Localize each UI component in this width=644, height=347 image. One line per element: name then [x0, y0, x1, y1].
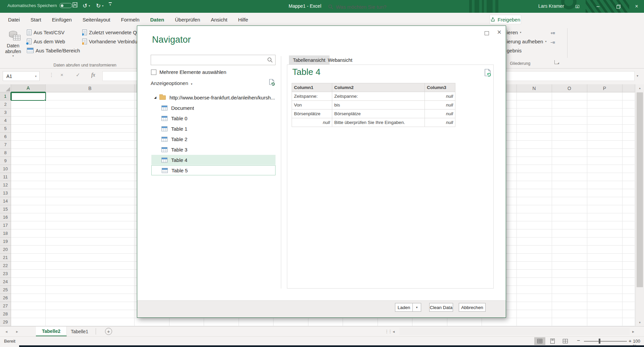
zoom-slider-track[interactable]: [584, 341, 627, 342]
ribbon-display-options-button[interactable]: ▴: [570, 0, 585, 13]
row-headers[interactable]: 1234567891011121314151617181920212223242…: [0, 92, 11, 326]
formula-bar-expand-icon[interactable]: ▾: [637, 74, 638, 78]
tab-start[interactable]: Start: [25, 13, 47, 27]
outline-dialog-launcher[interactable]: [554, 60, 558, 64]
column-header-N[interactable]: N: [517, 84, 552, 92]
load-button[interactable]: Laden: [395, 303, 413, 312]
row-header-3[interactable]: 3: [0, 109, 11, 117]
ribbon-item-aus-text-csv[interactable]: Aus Text/CSV: [27, 29, 64, 36]
view-page-break-button[interactable]: [560, 337, 571, 345]
tree-expanded-icon[interactable]: ◢: [154, 96, 156, 99]
customize-qat-button[interactable]: ▾: [109, 2, 112, 6]
vertical-scrollbar[interactable]: ▴ ▾: [635, 84, 644, 326]
scroll-down-icon[interactable]: ▾: [636, 319, 644, 326]
tree-item-document[interactable]: Document: [151, 103, 276, 113]
row-header-19[interactable]: 19: [0, 237, 11, 246]
sheet-tab-tabelle1[interactable]: Tabelle1: [65, 327, 94, 336]
ribbon-item-existing-connections[interactable]: Vorhandene Verbindun: [82, 38, 137, 45]
tab-ansicht[interactable]: Ansicht: [205, 13, 233, 27]
share-button[interactable]: Freigeben: [490, 15, 521, 24]
row-header-23[interactable]: 23: [0, 270, 11, 278]
zoom-slider-handle[interactable]: [599, 339, 600, 344]
tab-einfügen[interactable]: Einfügen: [47, 13, 77, 27]
ribbon-item-outline-0[interactable]: ieren▾: [507, 29, 521, 36]
tree-item-table-3[interactable]: Table 3: [151, 144, 276, 155]
tab-hilfe[interactable]: Hilfe: [233, 13, 253, 27]
redo-caret-icon[interactable]: ▾: [102, 4, 103, 7]
select-all-corner[interactable]: [0, 84, 11, 92]
row-header-21[interactable]: 21: [0, 254, 11, 262]
row-header-15[interactable]: 15: [0, 205, 11, 213]
tab-datei[interactable]: Datei: [3, 13, 25, 27]
tab-tabellenansicht[interactable]: Tabellenansicht: [289, 55, 330, 64]
tree-item-table-2[interactable]: Table 2: [151, 134, 276, 144]
column-header-B[interactable]: B: [46, 84, 135, 92]
restore-button[interactable]: [611, 0, 626, 13]
cancel-button[interactable]: Abbrechen: [459, 303, 486, 312]
row-header-22[interactable]: 22: [0, 262, 11, 270]
undo-button[interactable]: ↺▾: [83, 2, 90, 9]
tree-root-url[interactable]: ◢http://www.boerse-frankfurt.de/anleihen…: [151, 92, 276, 102]
navigator-search-input[interactable]: [151, 55, 275, 65]
row-header-1[interactable]: 1: [0, 92, 11, 100]
row-header-26[interactable]: 26: [0, 294, 11, 302]
tab-daten[interactable]: Daten: [145, 13, 170, 27]
cancel-entry-button[interactable]: ×: [60, 72, 63, 78]
undo-caret-icon[interactable]: ▾: [89, 4, 90, 7]
display-options-dropdown[interactable]: Anzeigeoptionen▾: [151, 80, 192, 86]
row-header-10[interactable]: 10: [0, 165, 11, 173]
tree-item-table-1[interactable]: Table 1: [151, 124, 276, 134]
tab-seitenlayout[interactable]: Seitenlayout: [77, 13, 116, 27]
row-header-14[interactable]: 14: [0, 197, 11, 205]
minimize-button[interactable]: –: [591, 0, 605, 13]
ribbon-item-aus-dem-web[interactable]: Aus dem Web: [27, 38, 65, 45]
confirm-entry-button[interactable]: ✓: [76, 72, 80, 78]
refresh-preview-icon[interactable]: [484, 69, 492, 78]
tree-item-table-5[interactable]: Table 5: [151, 165, 276, 175]
row-header-18[interactable]: 18: [0, 229, 11, 237]
ribbon-item-aus-tabelle-bereich[interactable]: Aus Tabelle/Bereich: [27, 47, 80, 54]
row-header-20[interactable]: 20: [0, 246, 11, 254]
row-header-16[interactable]: 16: [0, 213, 11, 221]
show-detail-icon[interactable]: +≡: [550, 31, 555, 36]
view-page-layout-button[interactable]: [547, 337, 558, 345]
tell-me-search[interactable]: Was möchten Sie tun?: [328, 0, 386, 14]
row-header-2[interactable]: 2: [0, 100, 11, 109]
sheet-nav-next-icon[interactable]: ▸: [16, 329, 18, 334]
splitter-handle[interactable]: ⋮⋮: [385, 329, 391, 334]
row-header-11[interactable]: 11: [0, 173, 11, 181]
row-header-5[interactable]: 5: [0, 125, 11, 133]
row-header-7[interactable]: 7: [0, 141, 11, 149]
tree-item-table-4[interactable]: Table 4: [151, 155, 276, 165]
tab-überprüfen[interactable]: Überprüfen: [169, 13, 205, 27]
add-sheet-button[interactable]: +: [105, 328, 112, 335]
scroll-up-icon[interactable]: ▴: [636, 84, 644, 92]
hscroll-left-icon[interactable]: ◂: [393, 329, 395, 334]
row-header-9[interactable]: 9: [0, 157, 11, 165]
column-header-P[interactable]: P: [587, 84, 623, 92]
sheet-tab-tabelle2[interactable]: Tabelle2: [36, 327, 67, 336]
sheet-nav-prev-icon[interactable]: ◂: [5, 329, 7, 334]
dialog-close-icon[interactable]: ×: [497, 28, 501, 37]
hide-detail-icon[interactable]: −≡: [550, 40, 555, 45]
autosave-toggle[interactable]: [59, 3, 72, 8]
ribbon-item-outline-2[interactable]: gebnis: [507, 47, 522, 54]
row-header-25[interactable]: 25: [0, 286, 11, 294]
row-header-27[interactable]: 27: [0, 302, 11, 310]
hscroll-right-icon[interactable]: ▸: [632, 329, 634, 334]
row-header-29[interactable]: 29: [0, 318, 11, 326]
tree-item-table-0[interactable]: Table 0: [151, 113, 276, 123]
clean-data-button[interactable]: Clean Data: [429, 303, 453, 312]
close-button[interactable]: ×: [629, 0, 644, 13]
row-header-6[interactable]: 6: [0, 133, 11, 141]
navigator-search-box[interactable]: [151, 55, 276, 65]
tab-webansicht[interactable]: Webansicht: [324, 55, 356, 64]
row-header-8[interactable]: 8: [0, 149, 11, 157]
view-normal-button[interactable]: [534, 337, 545, 345]
fill-handle[interactable]: [44, 99, 46, 101]
get-data-button[interactable]: Daten abrufen ▾: [3, 29, 23, 64]
name-box[interactable]: A1 ▾: [3, 71, 40, 81]
row-header-4[interactable]: 4: [0, 117, 11, 125]
multi-select-checkbox[interactable]: [151, 70, 156, 75]
dialog-maximize-icon[interactable]: [485, 31, 489, 35]
